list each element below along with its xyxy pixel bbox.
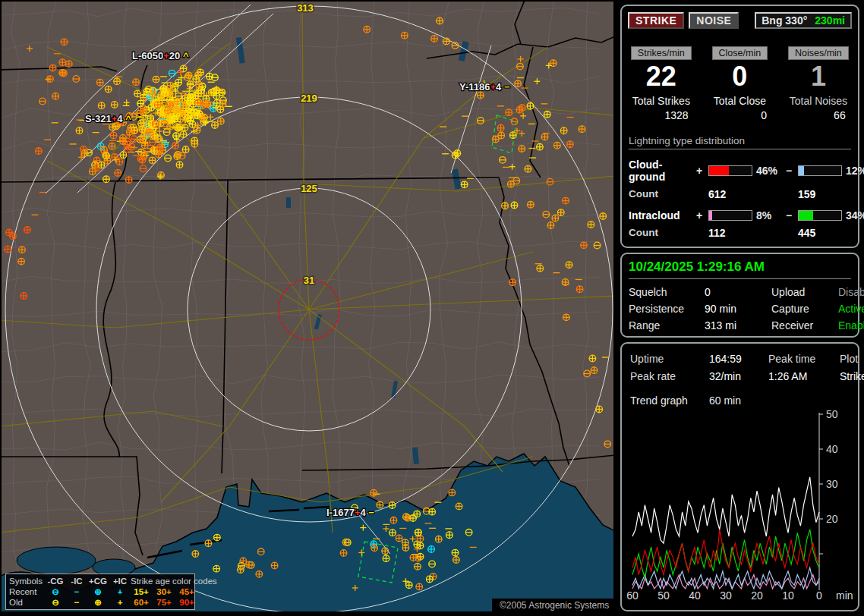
noises-per-min-value: 1: [779, 60, 858, 93]
strike-symbol: [497, 124, 504, 131]
status-grid: Squelch 0 Upload Disabled Persistence 90…: [629, 286, 851, 332]
legend-age-code: 45+: [176, 586, 197, 597]
strike-symbol: [76, 127, 83, 134]
strike-symbol: [175, 152, 181, 159]
strike-symbol: [518, 56, 524, 62]
legend-header: +IC: [109, 576, 131, 586]
strike-symbol: [584, 370, 591, 377]
strike-symbol: [547, 222, 554, 229]
strike-symbol: [149, 157, 156, 164]
plot-value: Strike: [840, 370, 864, 382]
minus-sign: −: [786, 209, 798, 222]
map-canvas: 31321912531L-6050+20 ^S-321+4 ^Y-1186+4 …: [2, 2, 613, 611]
strike-symbol: [426, 576, 433, 583]
strikes-per-min-stat: Strikes/min 22 Total Strikes 1328: [622, 46, 701, 121]
legend-age-code: 60+: [131, 597, 152, 608]
legend-age-code: 90+: [176, 597, 197, 608]
strike-symbol: [172, 83, 178, 90]
strike-symbol: [604, 441, 611, 448]
strike-symbol: [579, 126, 585, 133]
strike-symbol: [446, 532, 453, 539]
trend-y-tick-label: 30: [826, 478, 838, 490]
strike-mode-button[interactable]: STRIKE: [628, 12, 684, 29]
strike-symbol: [238, 567, 244, 574]
strike-symbol: [203, 101, 210, 108]
strike-symbol: [182, 146, 189, 153]
strike-symbol: [456, 503, 462, 510]
strike-symbol: [477, 92, 484, 99]
strike-symbol: [125, 146, 131, 153]
county-line: [118, 2, 128, 608]
strike-symbol: [600, 213, 607, 220]
range-label: Range: [629, 319, 705, 332]
strike-symbol: [153, 76, 159, 83]
total-noises-value: 66: [779, 109, 858, 121]
strike-symbol: [156, 128, 162, 134]
strike-symbol: [552, 215, 559, 222]
strike-symbol: [405, 582, 412, 589]
highway: [424, 108, 613, 138]
trend-x-tick-label: 10: [782, 589, 794, 601]
legend-symbol: ⊕: [87, 586, 109, 597]
strike-symbol: [188, 81, 194, 88]
county-line: [83, 2, 91, 608]
strike-symbol: [36, 148, 43, 155]
range-ring-label: 31: [304, 275, 314, 286]
legend-age-code: 15+: [131, 586, 152, 597]
trend-y-tick-label: 40: [826, 443, 838, 455]
strike-symbol: [382, 548, 389, 555]
strike-symbol: [428, 546, 435, 553]
cloud-ground-count-row: Count 612 159: [629, 188, 851, 200]
strike-symbol: [402, 545, 409, 552]
trend-graph-row: Trend graph 60 min: [630, 394, 851, 407]
strike-symbol: [525, 165, 531, 172]
strike-symbol: [59, 59, 66, 66]
strike-symbol: [519, 130, 525, 137]
strike-symbol: [214, 534, 221, 541]
legend-symbol: −: [67, 586, 87, 597]
noise-mode-button[interactable]: NOISE: [689, 12, 739, 29]
ic-plus-count: 112: [708, 227, 798, 239]
strike-symbol: [192, 551, 199, 558]
strike-symbol: [198, 114, 205, 121]
strike-symbol: [156, 144, 163, 151]
uptime-label: Uptime: [630, 353, 709, 365]
strike-symbol: [96, 79, 103, 86]
capture-value: Active: [838, 303, 864, 315]
strike-symbol: [94, 165, 101, 171]
strike-symbol: [20, 293, 27, 300]
strike-symbol: [591, 367, 598, 374]
trend-x-unit: min: [836, 589, 853, 601]
close-per-min-stat: Close/min 0 Total Close 0: [701, 46, 780, 121]
strike-symbol: [506, 109, 512, 116]
county-line: [2, 208, 600, 217]
strike-symbol: [212, 122, 219, 129]
intracloud-label: Intracloud: [629, 209, 696, 222]
strike-symbol: [527, 102, 534, 109]
strike-symbol: [52, 93, 59, 99]
strike-symbol: [133, 79, 140, 86]
strike-symbol: [417, 536, 424, 542]
state-border: [515, 2, 525, 44]
strike-symbol: [178, 70, 184, 76]
peak-time-header: Peak time: [768, 353, 840, 365]
strike-symbol: [515, 80, 522, 87]
strike-symbol: [27, 46, 33, 52]
strike-symbol: [389, 502, 396, 509]
county-line: [2, 409, 600, 417]
strike-symbol: [547, 178, 553, 185]
strike-symbol: [66, 61, 73, 68]
legend-row: Old⊖−⊕+60+75+90+: [9, 597, 191, 608]
strike-symbol: [271, 562, 278, 569]
strike-symbol: [461, 181, 468, 188]
strike-symbol: [160, 85, 167, 92]
strike-symbol: [114, 78, 121, 85]
rate-stats: Strikes/min 22 Total Strikes 1328 Close/…: [622, 46, 858, 121]
lightning-map[interactable]: 31321912531L-6050+20 ^S-321+4 ^Y-1186+4 …: [2, 2, 613, 611]
strike-symbol: [39, 98, 46, 105]
strike-symbol: [554, 142, 561, 149]
strike-symbol: [162, 90, 169, 96]
legend-symbol: ⊖: [44, 597, 67, 608]
strike-symbol: [177, 124, 184, 130]
storm-cell-label: I-1677+4 −: [326, 507, 374, 518]
